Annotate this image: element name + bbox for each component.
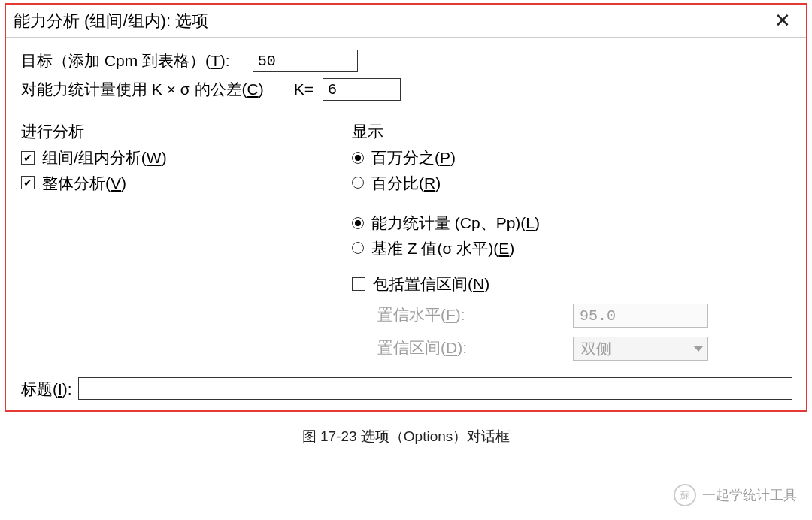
- radio-icon: [352, 242, 364, 254]
- figure-caption: 图 17-23 选项（Options）对话框: [0, 427, 812, 446]
- overall-label: 整体分析(V): [42, 172, 126, 194]
- confidence-grid: 置信水平(F): 置信区间(D): 双侧: [377, 304, 792, 361]
- checkbox-icon: [352, 277, 365, 291]
- watermark: 蘇 一起学统计工具: [674, 484, 797, 506]
- title-row: 标题(I):: [21, 377, 792, 400]
- display-group: 显示 百万分之(P) 百分比(R) 能: [352, 120, 792, 361]
- wechat-icon: 蘇: [674, 484, 696, 506]
- close-icon[interactable]: ✕: [770, 9, 795, 32]
- tolerance-row: 对能力统计量使用 K × σ 的公差(C) K=: [21, 78, 792, 101]
- conf-interval-select: 双侧: [573, 337, 708, 361]
- analysis-group: 进行分析 组间/组内分析(W) 整体分析(V): [21, 120, 352, 361]
- ppm-label: 百万分之(P): [371, 147, 456, 168]
- titlebar: 能力分析 (组间/组内): 选项 ✕: [6, 5, 806, 38]
- capability-radio[interactable]: 能力统计量 (Cp、Pp)(L): [352, 212, 792, 234]
- overall-checkbox[interactable]: 整体分析(V): [21, 172, 352, 194]
- percent-label: 百分比(R): [371, 172, 441, 194]
- capability-label: 能力统计量 (Cp、Pp)(L): [371, 212, 540, 234]
- benchmark-label: 基准 Z 值(σ 水平)(E): [371, 237, 514, 259]
- options-dialog: 能力分析 (组间/组内): 选项 ✕ 目标（添加 Cpm 到表格）(T): 对能…: [5, 3, 807, 412]
- conf-level-label: 置信水平(F):: [377, 304, 573, 328]
- k-input[interactable]: [323, 78, 401, 101]
- k-label: K=: [294, 78, 314, 100]
- ci-label: 包括置信区间(N): [373, 273, 489, 295]
- target-input[interactable]: [253, 50, 358, 72]
- between-within-checkbox[interactable]: 组间/组内分析(W): [21, 147, 352, 168]
- chevron-down-icon: [694, 346, 703, 352]
- benchmark-radio[interactable]: 基准 Z 值(σ 水平)(E): [352, 237, 792, 259]
- conf-interval-label: 置信区间(D):: [377, 337, 573, 361]
- conf-level-input: [573, 304, 708, 328]
- percent-radio[interactable]: 百分比(R): [352, 172, 792, 194]
- ppm-radio[interactable]: 百万分之(P): [352, 147, 792, 168]
- checkbox-icon: [21, 151, 35, 165]
- ci-checkbox[interactable]: 包括置信区间(N): [352, 273, 792, 295]
- checkbox-icon: [21, 176, 35, 189]
- watermark-text: 一起学统计工具: [702, 486, 797, 504]
- target-row: 目标（添加 Cpm 到表格）(T):: [21, 50, 792, 72]
- radio-icon: [352, 177, 364, 189]
- title-input[interactable]: [78, 377, 792, 400]
- tolerance-label: 对能力统计量使用 K × σ 的公差(C): [21, 78, 264, 100]
- window-title: 能力分析 (组间/组内): 选项: [14, 10, 208, 32]
- radio-icon: [352, 152, 364, 164]
- dialog-body: 目标（添加 Cpm 到表格）(T): 对能力统计量使用 K × σ 的公差(C)…: [6, 38, 806, 410]
- between-within-label: 组间/组内分析(W): [42, 147, 167, 168]
- title-label: 标题(I):: [21, 378, 72, 400]
- analysis-title: 进行分析: [21, 120, 352, 142]
- radio-icon: [352, 217, 364, 229]
- target-label: 目标（添加 Cpm 到表格）(T):: [21, 50, 230, 71]
- display-title: 显示: [352, 120, 792, 142]
